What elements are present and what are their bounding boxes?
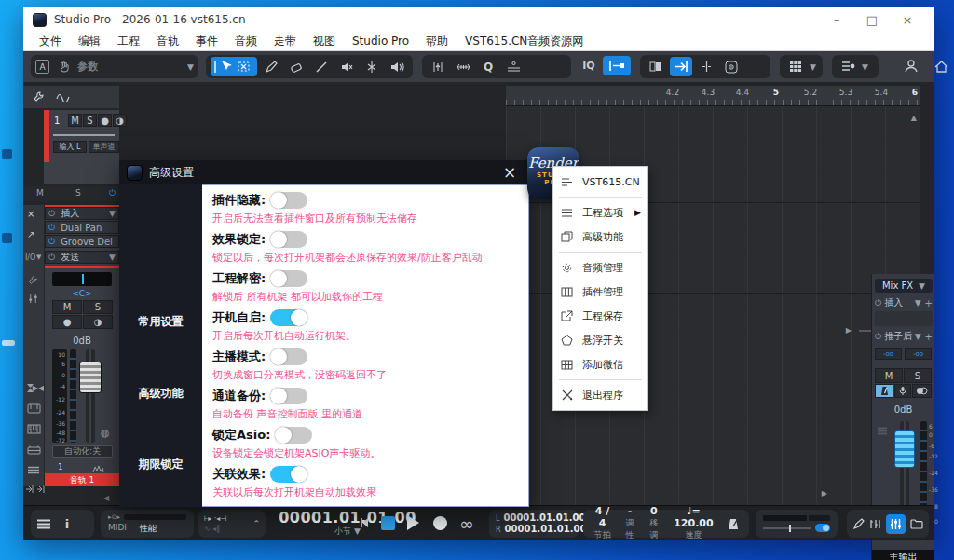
timestretch-tool-icon[interactable] — [452, 57, 474, 76]
arrow-tool-button[interactable] — [211, 57, 257, 76]
preroll-icons[interactable]: ⊦▸ ·◂⊣ — [204, 514, 226, 523]
menu-item-add-wechat[interactable]: 添加微信 — [553, 352, 647, 376]
time-signature[interactable]: 4 / 4 节拍 — [593, 506, 612, 540]
track-mono-label[interactable]: 单声道 — [89, 141, 119, 153]
dialog-close-icon[interactable]: × — [497, 160, 522, 184]
target-icon[interactable] — [720, 57, 743, 76]
sends-header[interactable]: ⏻发送▼ — [45, 251, 119, 264]
channel-solo-button[interactable]: S — [83, 300, 113, 314]
metronome-button[interactable] — [875, 384, 893, 398]
user-account-icon[interactable] — [899, 54, 923, 78]
menu-edit[interactable]: 编辑 — [70, 34, 109, 49]
scroll-up-arrow[interactable]: ▲ — [911, 114, 917, 122]
scroll-left-arrow[interactable]: ◀ — [103, 494, 109, 502]
output-volume-slider[interactable] — [763, 527, 811, 529]
mixfx-header[interactable]: Mix FX▼ — [875, 279, 933, 293]
sidebar-advanced-features[interactable]: 高级功能 — [119, 386, 202, 402]
toggle-lock-asio[interactable] — [275, 427, 312, 444]
track-record-button[interactable]: ● — [98, 114, 112, 127]
close-button[interactable]: × — [890, 8, 925, 31]
edit-view-icon[interactable] — [852, 518, 865, 530]
menu-file[interactable]: 文件 — [31, 34, 70, 49]
channel-name-tab[interactable]: 音轨 1 — [45, 473, 119, 486]
master-gain-value[interactable]: 0dB — [872, 404, 934, 415]
menu-studio-pro[interactable]: Studio Pro — [344, 34, 417, 48]
loop-end-value[interactable]: 00001.01.01.00 — [505, 524, 587, 536]
menu-project[interactable]: 工程 — [109, 34, 148, 49]
track-edit-icon[interactable] — [645, 57, 667, 76]
play-button[interactable] — [407, 515, 419, 530]
autopunch-icons[interactable]: ∿ ◂‖ — [204, 525, 226, 533]
pencil-tool-icon[interactable] — [260, 57, 282, 76]
browser-folder-icon[interactable] — [910, 518, 923, 529]
scroll-bottom-arrow[interactable]: ▶ — [822, 489, 827, 498]
automation-mode[interactable]: 自动化:关 — [52, 445, 113, 458]
grid-view-dropdown[interactable]: ▼ — [810, 62, 816, 72]
iq-button[interactable]: IQ — [578, 56, 600, 75]
knife-tool-icon[interactable] — [310, 57, 333, 76]
dialog-header[interactable]: 高级设置 — [119, 160, 529, 184]
timeline-ruler[interactable]: 4.2 4.3 4.4 5 5.2 5.3 5.4 6 — [506, 86, 920, 106]
menu-item-project-options[interactable]: 工程选项 ▶ — [553, 200, 647, 225]
menu-item-project-save[interactable]: 工程保存 — [553, 304, 647, 328]
channel-gain-value[interactable]: 0dB — [45, 335, 119, 346]
performance-label[interactable]: 性能 — [140, 523, 157, 535]
collapse-transport-icon[interactable]: ⌃ — [252, 519, 260, 528]
channel-fader-cap[interactable] — [79, 362, 102, 393]
minimize-button[interactable]: – — [819, 8, 854, 31]
volume-tool-icon[interactable] — [386, 57, 408, 76]
pan-value[interactable]: <C> — [45, 289, 119, 298]
menu-item-audio-manage[interactable]: 音频管理 — [553, 255, 647, 280]
channel-mute-button[interactable]: M — [52, 300, 82, 314]
collapse-icon[interactable]: ▶◀ — [32, 378, 45, 398]
tracklist-mute-all[interactable]: M — [36, 188, 44, 198]
toggle-project-decrypt[interactable] — [270, 270, 307, 287]
headphone-icon[interactable]: ◍ — [101, 427, 110, 439]
inserts-header[interactable]: ⏻插入▼ — [45, 207, 119, 220]
mute-tool-icon[interactable] — [335, 57, 358, 76]
mono-button[interactable] — [912, 384, 932, 398]
piano-panel-icon[interactable] — [23, 419, 44, 439]
list-panel-icon[interactable] — [23, 460, 44, 480]
menu-help[interactable]: 帮助 — [417, 34, 457, 49]
waveform-icon[interactable] — [51, 87, 74, 106]
insert-slot[interactable]: ⏻Dual Pan — [45, 221, 119, 234]
toggle-fx-lock[interactable] — [270, 231, 307, 248]
track-mute-button[interactable]: M — [68, 114, 82, 127]
pan-control[interactable] — [52, 272, 112, 286]
return-to-start-button[interactable] — [359, 516, 372, 529]
split-cursor-icon[interactable] — [695, 57, 717, 76]
toggle-link-fx[interactable] — [270, 466, 307, 483]
master-fader-cap[interactable] — [894, 430, 915, 468]
console-close-icon[interactable]: × — [27, 209, 34, 219]
listen-tool-icon[interactable] — [361, 57, 383, 76]
menu-vst615[interactable]: VST615.CN音频资源网 — [457, 34, 592, 49]
time-unit[interactable]: 小节 — [334, 526, 351, 536]
talkback-mic-icon[interactable] — [894, 384, 911, 398]
record-button[interactable] — [433, 516, 447, 530]
master-gain-left[interactable]: -oo — [875, 348, 902, 360]
automation-mode-icon[interactable]: A — [35, 60, 49, 74]
master-inserts-header[interactable]: ⏻插入 ▼+ — [875, 296, 933, 309]
levels-view-icon[interactable] — [869, 518, 881, 530]
toggle-autostart[interactable] — [270, 309, 307, 326]
console-io-label[interactable]: I/O — [25, 253, 35, 262]
sidebar-common-settings[interactable]: 常用设置 — [119, 314, 202, 330]
master-name-tab[interactable]: 主输出 — [872, 550, 934, 560]
output-toggle[interactable] — [815, 524, 830, 532]
channel-strip-icon[interactable] — [23, 289, 42, 308]
master-mute-button[interactable]: M — [875, 368, 903, 383]
home-icon[interactable] — [929, 54, 953, 78]
loop-start-value[interactable]: 00001.01.01.00 — [503, 512, 585, 525]
mixer-view-button[interactable] — [886, 514, 906, 534]
master-gain-right[interactable]: -oo — [905, 348, 932, 360]
time-value[interactable]: 00001.01.01.00 — [279, 511, 416, 526]
console-wrench-icon[interactable] — [23, 270, 42, 290]
menu-track[interactable]: 音轨 — [148, 34, 187, 49]
key-signature[interactable]: - 调性 — [623, 506, 636, 541]
master-solo-button[interactable]: S — [904, 368, 932, 383]
tempo[interactable]: ♩= 120.00 速度 — [672, 506, 716, 540]
master-postfader-header[interactable]: ⏻推子后 ▼+ — [875, 330, 933, 343]
menu-audio[interactable]: 音频 — [226, 34, 266, 49]
loop-button[interactable]: ∞ — [459, 513, 474, 534]
